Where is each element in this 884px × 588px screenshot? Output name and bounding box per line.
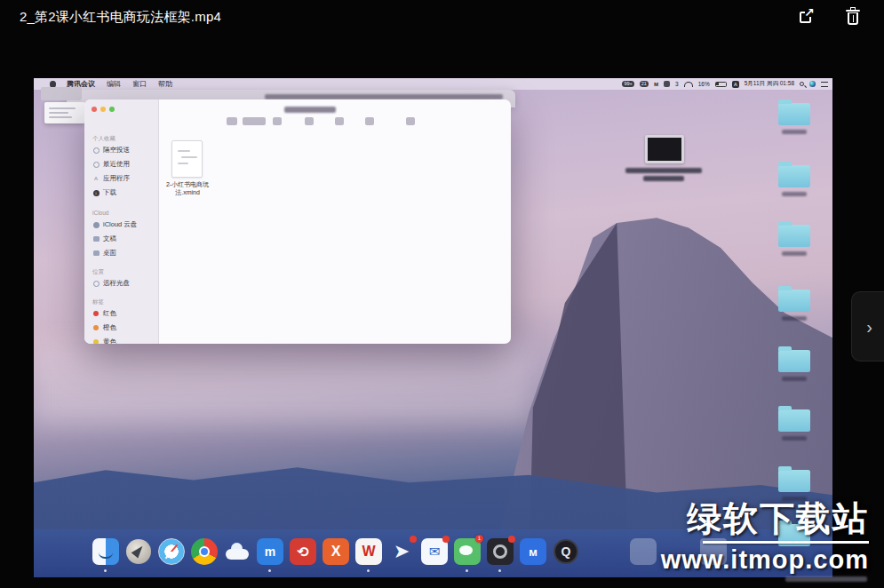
zoom-window-button bbox=[109, 107, 115, 112]
dock-netease-music-icon: ⟲ bbox=[290, 538, 316, 565]
desktop-folder bbox=[778, 103, 810, 125]
dock-foxmail-icon: ✉ bbox=[421, 538, 448, 565]
dock-launchpad-icon bbox=[125, 538, 152, 565]
clock-icon bbox=[92, 161, 100, 168]
finder-window: 个人收藏 隔空投送 最近使用 A 应用程序 ↓ 下载 iCloud iCloud… bbox=[84, 99, 511, 344]
toolbar-tag-icon bbox=[335, 117, 344, 125]
page-title: 2_第2课小红书电商玩法框架.mp4 bbox=[20, 9, 221, 26]
sidebar-item-downloads: ↓ 下载 bbox=[92, 188, 116, 197]
watermark-url: www.itmop.com bbox=[661, 545, 869, 575]
watermark-site-name: 绿软下载站 bbox=[661, 500, 869, 538]
toolbar-search-icon bbox=[406, 117, 415, 125]
dock-wps-office-icon: W bbox=[355, 538, 382, 565]
desktop-folder bbox=[778, 470, 810, 492]
sidebar-item-recents: 最近使用 bbox=[92, 160, 130, 169]
documents-icon bbox=[92, 235, 100, 242]
sidebar-item-tag-red: 红色 bbox=[92, 309, 116, 318]
sidebar-item-tag-yellow: 黄色 bbox=[92, 338, 116, 344]
finder-window-title-blur bbox=[284, 107, 336, 113]
dock-safari-icon bbox=[158, 538, 185, 565]
menu-help: 帮助 bbox=[158, 79, 172, 89]
desktop-folder bbox=[778, 350, 810, 372]
finder-sidebar: 个人收藏 隔空投送 最近使用 A 应用程序 ↓ 下载 iCloud iCloud… bbox=[84, 99, 159, 344]
wifi-icon bbox=[684, 82, 693, 87]
desktop-folder bbox=[778, 409, 810, 432]
sidebar-item-remote-disc: 远程光盘 bbox=[92, 279, 130, 288]
file-name-line2: 法.xmind bbox=[147, 189, 227, 197]
share-icon[interactable]: ↗ bbox=[797, 6, 818, 28]
count-badge: 21 bbox=[640, 81, 649, 87]
toolbar-segment-icon bbox=[243, 117, 266, 125]
sidebar-header-favorites: 个人收藏 bbox=[92, 135, 115, 143]
dock: m ⟲ X W ➤ ✉ 1 ᴍ Q bbox=[92, 533, 727, 565]
watermark-subtext-blur bbox=[785, 576, 867, 582]
desktop-folder bbox=[778, 225, 810, 247]
sidebar-item-documents: 文稿 bbox=[92, 234, 116, 243]
airdrop-icon bbox=[92, 147, 100, 154]
dock-chrome-icon bbox=[191, 538, 218, 565]
dock-xmind-icon: X bbox=[323, 538, 349, 565]
dock-paper-plane-icon: ➤ bbox=[388, 538, 415, 565]
download-icon: ↓ bbox=[92, 189, 100, 196]
folder-label-blur bbox=[782, 316, 807, 321]
dock-finder-icon bbox=[92, 538, 119, 565]
side-panel-toggle[interactable]: › bbox=[851, 291, 884, 362]
sidebar-header-locations: 位置 bbox=[92, 268, 104, 276]
dock-weiyun-cloud-icon bbox=[224, 538, 251, 565]
folder-label-blur bbox=[782, 192, 807, 196]
watermark: 绿软下载站 www.itmop.com bbox=[661, 500, 869, 582]
battery-icon bbox=[715, 82, 727, 87]
sidebar-header-icloud: iCloud bbox=[92, 210, 108, 216]
sidebar-item-airdrop: 隔空投送 bbox=[92, 146, 130, 155]
toolbar-share-icon bbox=[305, 117, 314, 125]
download-status: 3 bbox=[675, 81, 679, 87]
toolbar-group-icon bbox=[273, 117, 282, 125]
delete-icon[interactable] bbox=[843, 6, 864, 28]
sidebar-item-tag-orange: 橙色 bbox=[92, 323, 116, 332]
folder-label-blur bbox=[782, 377, 807, 381]
wallpaper-haze bbox=[34, 345, 531, 425]
control-center-icon bbox=[821, 82, 828, 87]
siri-icon bbox=[809, 81, 816, 87]
desktop-folder bbox=[778, 165, 810, 187]
watermark-divider bbox=[703, 541, 869, 544]
mini-card-fragment bbox=[44, 102, 85, 123]
toolbar-action-icon bbox=[365, 117, 374, 125]
input-method-icon: A bbox=[732, 81, 739, 88]
desktop-video-file-icon bbox=[645, 135, 684, 163]
desktop-folder bbox=[778, 290, 810, 312]
desktop-icon bbox=[92, 250, 100, 257]
icloud-icon bbox=[92, 221, 100, 228]
binoculars-icon: ᴍ bbox=[654, 81, 658, 87]
battery-percent: 16% bbox=[698, 81, 710, 87]
applications-icon: A bbox=[92, 175, 100, 182]
sidebar-item-applications: A 应用程序 bbox=[92, 174, 130, 183]
menu-edit: 编辑 bbox=[107, 79, 121, 89]
status-bar: 99+ 21 ᴍ 3 16% A 5月11日 周四 01:58 bbox=[622, 78, 828, 90]
sidebar-item-desktop: 桌面 bbox=[92, 249, 116, 258]
desktop-video-label-blur bbox=[643, 176, 684, 181]
dock-glass-item bbox=[630, 538, 657, 565]
chevron-right-icon: › bbox=[866, 318, 872, 336]
sidebar-item-icloud-drive: iCloud 云盘 bbox=[92, 220, 137, 229]
yellow-tag-icon bbox=[92, 338, 100, 344]
menu-bar-clock: 5月11日 周四 01:58 bbox=[745, 80, 794, 88]
notification-badge: 99+ bbox=[622, 81, 633, 87]
window-fragment bbox=[41, 87, 82, 100]
dock-quicktime-icon: Q bbox=[553, 538, 579, 565]
xmind-file-icon bbox=[171, 140, 203, 178]
folder-label-blur bbox=[782, 251, 807, 256]
folder-label-blur bbox=[782, 436, 807, 441]
close-window-button bbox=[92, 107, 97, 112]
desktop-video-label-blur bbox=[625, 168, 702, 173]
app-status-icon bbox=[664, 81, 670, 87]
minimize-window-button bbox=[100, 107, 106, 112]
dock-maxthon-icon: m bbox=[257, 538, 283, 565]
spotlight-icon bbox=[800, 82, 804, 86]
disc-icon bbox=[92, 280, 100, 287]
menu-window: 窗口 bbox=[132, 79, 147, 89]
orange-tag-icon bbox=[92, 324, 100, 331]
sidebar-header-tags: 标签 bbox=[92, 298, 104, 306]
red-tag-icon bbox=[92, 310, 100, 317]
wechat-badge: 1 bbox=[475, 535, 483, 543]
